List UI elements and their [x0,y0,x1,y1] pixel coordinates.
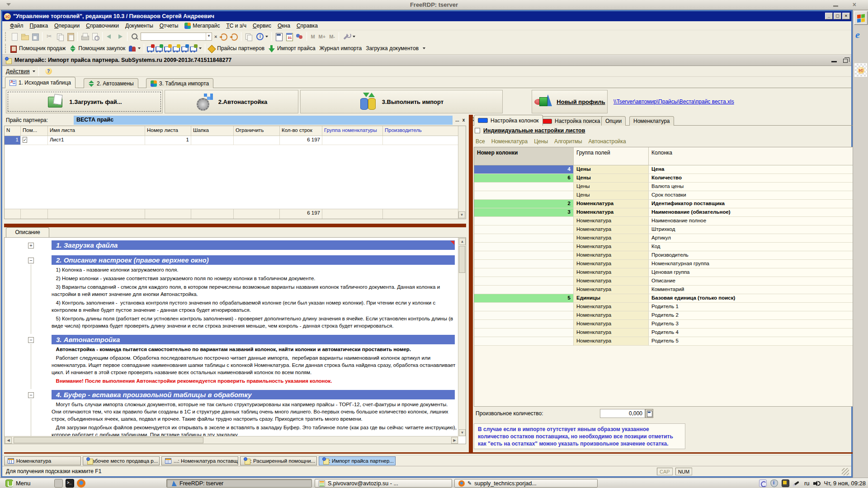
menu-item-10[interactable]: Справка [293,22,321,30]
horizontal-splitter[interactable] [4,224,466,227]
search-clear-icon[interactable]: × [214,34,217,39]
coins-person-icon[interactable] [180,44,189,53]
actions-menu-button[interactable]: Действия [6,68,30,75]
coins-icon[interactable] [172,44,180,53]
tab-autoreplace[interactable]: 2. Автозамены [84,78,138,88]
menu-item-0[interactable]: Файл [7,22,27,30]
individual-settings-label[interactable]: Индивидуальные настройки листов [483,127,585,134]
tab-column-settings[interactable]: Настройка колонок [474,115,543,126]
cut-icon[interactable] [45,32,54,41]
mdi-window-button-4[interactable]: ...: Импорт прайса партнер... [319,456,396,465]
menu-item-4[interactable]: Документы [122,22,156,30]
resize-grip[interactable] [842,468,849,475]
sheet-table-scrollbar[interactable]: ▼ [458,126,466,219]
menu-item-3[interactable]: Справочники [83,22,122,30]
quantity-input[interactable]: 0,000 [600,409,645,418]
toolbar-grip[interactable] [5,44,7,53]
field-row-20[interactable]: НоменклатураРодитель 5 [474,337,863,346]
carts-dropdown-icon[interactable] [199,47,202,49]
mdi-window-button-0[interactable]: Номенклатура [4,456,81,465]
column-header[interactable]: Колонка [649,147,863,165]
search-input[interactable]: ▼ [141,33,212,41]
partner-price-field[interactable]: ВЕСТА прайс [74,116,453,125]
info-dropdown-icon[interactable] [265,36,268,38]
scroll-up-icon[interactable]: ▲ [459,238,466,245]
taskbar-window-freerdp[interactable]: FreeRDP: tserver [166,479,312,488]
terminal-icon[interactable] [66,479,74,488]
new-document-icon[interactable] [9,32,19,41]
memory-minus-button[interactable]: M- [329,34,335,39]
clear-button[interactable]: x [461,117,467,124]
host-menu-button[interactable]: Menu [1,479,35,488]
sheet-col-header-6[interactable]: Кол-во строк [280,126,322,136]
cart-sale-icon[interactable] [146,44,155,53]
hscroll-thumb[interactable] [14,437,203,443]
copy-buffer-icon[interactable] [244,32,253,41]
mdi-window-button-1[interactable]: Рабочее место продавца р... [83,456,160,465]
onec-taskbar-icon[interactable]: 1С [854,63,867,77]
field-row-6[interactable]: НоменклатураНаименование полное [474,217,863,225]
freerdp-close-button[interactable]: × [853,1,856,8]
partners-dropdown-icon[interactable] [138,47,141,49]
scroll-right-icon[interactable]: ▶ [451,437,458,444]
sheet-checkbox[interactable]: ✓ [23,137,27,143]
taskbar-window-mail[interactable]: S.pivovarov@avtozip.su - ... [315,479,452,488]
users-icon[interactable] [295,32,304,41]
import-journal-button[interactable]: Журнал импорта [320,45,362,52]
menu-item-1[interactable]: Правка [27,22,52,30]
price-file-link[interactable]: \\Tserver\автомир\Прайсы\Веста\прайс вес… [613,99,734,105]
expand-toggle-icon[interactable]: − [28,258,34,263]
new-profile-button[interactable]: Новый профиль [532,90,608,113]
field-row-7[interactable]: НоменклатураШтрихкод [474,225,863,234]
purchase-assistant-icon[interactable] [68,44,77,53]
print-preview-icon[interactable] [90,32,100,41]
memory-button[interactable]: M [311,34,315,39]
field-row-17[interactable]: НоменклатураРодитель 2 [474,311,863,320]
menu-item-8[interactable]: Сервис [250,22,274,30]
info-icon[interactable] [254,32,264,41]
wrench-dropdown-icon[interactable] [353,36,355,38]
scroll-down-icon[interactable]: ▼ [459,429,466,436]
sales-assistant-button[interactable]: Помощник продаж [19,45,66,52]
field-row-14[interactable]: НоменклатураКомментарий [474,286,863,294]
menu-item-6[interactable]: Мегапрайс [181,22,223,30]
tab-import-table[interactable]: 3. Таблица импорта [146,78,213,88]
expand-toggle-icon[interactable]: − [28,392,34,398]
menu-item-9[interactable]: Окна [274,22,293,30]
menu-item-5[interactable]: Отчеты [156,22,182,30]
filter-3[interactable]: Алгоритмы [554,138,582,145]
run-import-button[interactable]: 3.Выполнить импорт [300,90,503,113]
search-dropdown-icon[interactable]: ▼ [206,33,212,40]
sheet-col-header-2[interactable]: Имя листа [48,126,145,136]
field-row-18[interactable]: НоменклатураРодитель 3 [474,320,863,328]
expand-toggle-icon[interactable]: − [28,337,34,343]
field-row-8[interactable]: НоменклатураАртикул [474,234,863,243]
wrench-icon[interactable] [341,32,351,41]
autosetup-button[interactable]: 2.Автонастройка [165,90,298,113]
field-row-5[interactable]: 3НоменклатураНаименование (обязательное) [474,208,863,217]
taskbar-window-supply[interactable]: ✎ supply_technics:porjad... [454,479,598,488]
open-icon[interactable] [20,32,29,41]
sheet-col-header-4[interactable]: Шапка [191,126,234,136]
tray-brush-icon[interactable] [793,479,801,487]
column-number-header[interactable]: Номер колонки [474,147,574,165]
partner-prices-button[interactable]: Прайсы партнеров [217,45,264,52]
back-icon[interactable] [105,32,114,41]
field-row-12[interactable]: НоменклатураЦеновая группа [474,268,863,277]
tab-nomenclature[interactable]: Номенклатура [629,116,674,126]
field-row-9[interactable]: НоменклатураКод [474,243,863,251]
cart-purchase-icon[interactable] [155,44,163,53]
import-price-icon[interactable] [267,44,276,53]
field-row-13[interactable]: НоменклатураОписание [474,277,863,286]
filter-2[interactable]: Цены [534,138,548,145]
partner-prices-icon[interactable] [207,44,216,53]
toolbar-grip[interactable] [5,32,7,41]
mdi-minimize-button[interactable] [831,61,837,62]
description-vscrollbar[interactable]: ▲ ▼ [458,238,466,436]
load-file-button[interactable]: 1.Загрузить фай... [6,90,163,113]
freerdp-minimize-button[interactable] [833,5,838,7]
vscroll-thumb[interactable] [459,246,465,273]
copy-icon[interactable] [55,32,65,41]
tab-description[interactable]: Описание [6,227,49,237]
field-row-16[interactable]: НоменклатураРодитель 1 [474,303,863,311]
